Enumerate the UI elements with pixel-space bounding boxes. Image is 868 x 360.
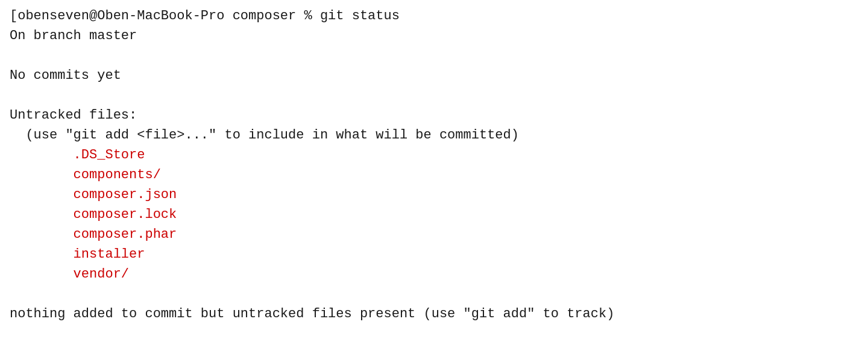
untracked-hint: (use "git add <file>..." to include in w…	[10, 125, 858, 145]
untracked-file-7: vendor/	[10, 264, 858, 284]
empty-line-2	[10, 85, 858, 105]
untracked-file-6: installer	[10, 244, 858, 264]
branch-line: On branch master	[10, 26, 858, 46]
untracked-file-4: composer.lock	[10, 205, 858, 225]
no-commits-line: No commits yet	[10, 66, 858, 85]
prompt-line: [obenseven@Oben-MacBook-Pro composer % g…	[10, 6, 858, 26]
untracked-header: Untracked files:	[10, 105, 858, 125]
empty-line-3	[10, 284, 858, 304]
untracked-file-1: .DS_Store	[10, 145, 858, 165]
terminal-output: [obenseven@Oben-MacBook-Pro composer % g…	[10, 6, 858, 324]
untracked-file-5: composer.phar	[10, 225, 858, 244]
untracked-file-3: composer.json	[10, 185, 858, 205]
untracked-file-2: components/	[10, 165, 858, 185]
footer-line: nothing added to commit but untracked fi…	[10, 304, 858, 324]
empty-line-1	[10, 46, 858, 66]
